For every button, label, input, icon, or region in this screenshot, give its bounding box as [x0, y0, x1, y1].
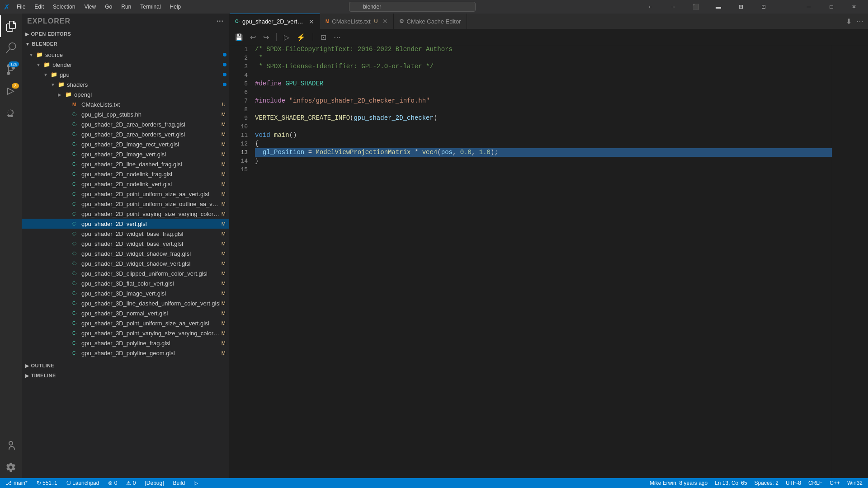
panel-toggle-button[interactable]: ▬ — [708, 0, 729, 14]
glsl-icon-13: C· — [72, 251, 80, 256]
tree-item-2d-nodelink-frag[interactable]: C· gpu_shader_2D_nodelink_frag.glsl M — [22, 169, 229, 179]
tree-item-2d-image-vert[interactable]: C· gpu_shader_2D_image_vert.glsl M — [22, 149, 229, 159]
toolbar-run-icon[interactable]: ▷ — [282, 31, 291, 43]
menu-run[interactable]: Run — [118, 3, 135, 11]
badge-15: M — [222, 271, 226, 276]
tab-close-2d-vert[interactable]: ✕ — [309, 18, 314, 25]
split-editor-button[interactable]: ⊞ — [731, 0, 751, 14]
menu-file[interactable]: File — [13, 3, 29, 11]
tree-item-gpu[interactable]: ▼ 📁 gpu — [22, 70, 229, 80]
tab-close-cmake[interactable]: ✕ — [382, 18, 388, 25]
timeline-section[interactable]: ▶ TIMELINE — [22, 371, 229, 380]
global-search-input[interactable] — [349, 2, 476, 12]
open-editors-section[interactable]: ▶ OPEN EDITORS — [22, 29, 229, 39]
status-language[interactable]: C++ — [828, 480, 842, 486]
outline-section[interactable]: ▶ OUTLINE — [22, 361, 229, 371]
tab-icon-cmake: M — [326, 19, 329, 24]
tree-item-opengl[interactable]: ▶ 📁 opengl — [22, 89, 229, 99]
sidebar-more-options[interactable]: ··· — [217, 17, 224, 25]
menu-go[interactable]: Go — [101, 3, 116, 11]
activity-settings[interactable] — [0, 456, 22, 478]
customize-layout-button[interactable]: ⊡ — [753, 0, 774, 14]
code-content[interactable]: /* SPDX-FileCopyrightText: 2016-2022 Ble… — [251, 45, 832, 478]
close-button[interactable]: ✕ — [844, 0, 864, 14]
open-editors-split-icon[interactable]: ⬇ — [845, 16, 853, 27]
tree-item-3d-normal-vert[interactable]: C· gpu_shader_3D_normal_vert.glsl M — [22, 308, 229, 318]
menu-terminal[interactable]: Terminal — [137, 3, 164, 11]
status-errors[interactable]: ⊗ 0 — [106, 480, 119, 486]
status-launchpad[interactable]: ⎔ Launchpad — [65, 480, 101, 486]
tabs-more-icon[interactable]: ⋯ — [855, 16, 864, 27]
maximize-button[interactable]: □ — [821, 0, 842, 14]
tree-item-shaders[interactable]: ▼ 📁 shaders — [22, 80, 229, 89]
tab-2d-vert[interactable]: C· gpu_shader_2D_vert.glsl ✕ — [230, 14, 320, 29]
sidebar-toggle-button[interactable]: ⬛ — [685, 0, 706, 14]
tree-item-3d-polyline-frag[interactable]: C· gpu_shader_3D_polyline_frag.glsl M — [22, 338, 229, 348]
status-encoding[interactable]: UTF-8 — [784, 480, 803, 486]
status-ln-col[interactable]: Ln 13, Col 65 — [713, 480, 749, 486]
tree-item-2d-image-rect-vert[interactable]: C· gpu_shader_2D_image_rect_vert.glsl M — [22, 139, 229, 149]
toolbar-debug-icon[interactable]: ⚡ — [295, 31, 307, 43]
glsl-icon-12: C· — [72, 241, 80, 246]
tree-item-2d-line-dashed-frag[interactable]: C· gpu_shader_2D_line_dashed_frag.glsl M — [22, 159, 229, 169]
tree-item-2d-point-uniform-size-aa-vert[interactable]: C· gpu_shader_2D_point_uniform_size_aa_v… — [22, 189, 229, 199]
tree-item-cmakelists[interactable]: M CMakeLists.txt U — [22, 99, 229, 109]
tab-cmake-cache[interactable]: ⚙ CMake Cache Editor — [394, 14, 467, 29]
toolbar-redo-icon[interactable]: ↪ — [261, 31, 271, 43]
tree-item-2d-widget-shadow-vert[interactable]: C· gpu_shader_2D_widget_shadow_vert.glsl… — [22, 258, 229, 268]
tree-item-2d-widget-base-vert[interactable]: C· gpu_shader_2D_widget_base_vert.glsl M — [22, 239, 229, 249]
status-remote[interactable]: Mike Erwin, 8 years ago — [648, 480, 709, 486]
tree-item-2d-widget-shadow-frag[interactable]: C· gpu_shader_2D_widget_shadow_frag.glsl… — [22, 249, 229, 258]
nav-back-button[interactable]: ← — [640, 0, 661, 14]
status-build[interactable]: Build — [171, 480, 187, 486]
toolbar-save-icon[interactable]: 💾 — [233, 32, 245, 42]
menu-selection[interactable]: Selection — [49, 3, 79, 11]
tree-item-3d-image-vert[interactable]: C· gpu_shader_3D_image_vert.glsl M — [22, 288, 229, 298]
activity-source-control[interactable]: 126 — [0, 59, 22, 80]
toolbar-undo-icon[interactable]: ↩ — [248, 31, 258, 43]
glsl-icon-15: C· — [72, 271, 80, 276]
activity-search[interactable] — [0, 37, 22, 59]
tree-item-2d-nodelink-vert[interactable]: C· gpu_shader_2D_nodelink_vert.glsl M — [22, 179, 229, 189]
status-eol[interactable]: CRLF — [807, 480, 824, 486]
tree-item-2d-point-uniform-size-outline-aa-vert[interactable]: C· gpu_shader_2D_point_uniform_size_outl… — [22, 199, 229, 209]
toolbar-more-icon[interactable]: ⋯ — [332, 31, 343, 43]
remote-label: Mike Erwin, 8 years ago — [650, 480, 708, 486]
status-warnings[interactable]: ⚠ 0 — [124, 480, 137, 486]
menu-help[interactable]: Help — [166, 3, 185, 11]
status-branch[interactable]: ⎇ main* — [4, 480, 29, 486]
tree-item-2d-vert-active[interactable]: C· gpu_shader_2D_vert.glsl M — [22, 219, 229, 229]
tree-item-source[interactable]: ▼ 📁 source — [22, 50, 229, 60]
tree-item-2d-area-borders-frag[interactable]: C· gpu_shader_2D_area_borders_frag.glsl … — [22, 119, 229, 129]
minimize-button[interactable]: ─ — [798, 0, 819, 14]
tree-item-3d-clipped-uniform-color-vert[interactable]: C· gpu_shader_3D_clipped_uniform_color_v… — [22, 268, 229, 278]
tree-item-3d-point-uniform-size-aa-vert[interactable]: C· gpu_shader_3D_point_uniform_size_aa_v… — [22, 318, 229, 328]
status-sync[interactable]: ↻ 551↓1 — [35, 480, 59, 486]
file-label-19: gpu_shader_3D_normal_vert.glsl — [81, 310, 222, 317]
tree-item-gpu-glsl-stubs[interactable]: C· gpu_glsl_cpp_stubs.hh M — [22, 109, 229, 119]
tree-item-3d-polyline-geom[interactable]: C· gpu_shader_3D_polyline_geom.glsl M — [22, 348, 229, 358]
activity-explorer[interactable] — [0, 15, 22, 37]
status-platform[interactable]: Win32 — [845, 480, 864, 486]
activity-account[interactable] — [0, 435, 22, 456]
tree-item-2d-widget-base-frag[interactable]: C· gpu_shader_2D_widget_base_frag.glsl M — [22, 229, 229, 239]
status-run[interactable]: ▷ — [192, 480, 200, 486]
blender-section[interactable]: ▼ BLENDER — [22, 39, 229, 49]
activity-run[interactable]: 3 — [0, 80, 22, 102]
toolbar-split-icon[interactable]: ⊡ — [319, 31, 328, 43]
tree-item-3d-line-dashed-uniform-color-vert[interactable]: C· gpu_shader_3D_line_dashed_uniform_col… — [22, 298, 229, 308]
nav-forward-button[interactable]: → — [663, 0, 684, 14]
menu-edit[interactable]: Edit — [31, 3, 47, 11]
tab-cmakelists[interactable]: M CMakeLists.txt U ✕ — [320, 14, 394, 29]
badge-7: M — [222, 181, 226, 187]
activity-extensions[interactable] — [0, 102, 22, 124]
tree-item-2d-area-borders-vert[interactable]: C· gpu_shader_2D_area_borders_vert.glsl … — [22, 129, 229, 139]
menu-view[interactable]: View — [80, 3, 99, 11]
status-debug[interactable]: [Debug] — [143, 480, 165, 486]
tree-item-2d-point-varying-size-vert[interactable]: C· gpu_shader_2D_point_varying_size_vary… — [22, 209, 229, 219]
tree-item-blender[interactable]: ▼ 📁 blender — [22, 60, 229, 70]
tree-item-3d-point-varying-size-vert[interactable]: C· gpu_shader_3D_point_varying_size_vary… — [22, 328, 229, 338]
badge-10: M — [222, 211, 226, 216]
status-spaces[interactable]: Spaces: 2 — [753, 480, 780, 486]
tree-item-3d-flat-color-vert[interactable]: C· gpu_shader_3D_flat_color_vert.glsl M — [22, 278, 229, 288]
